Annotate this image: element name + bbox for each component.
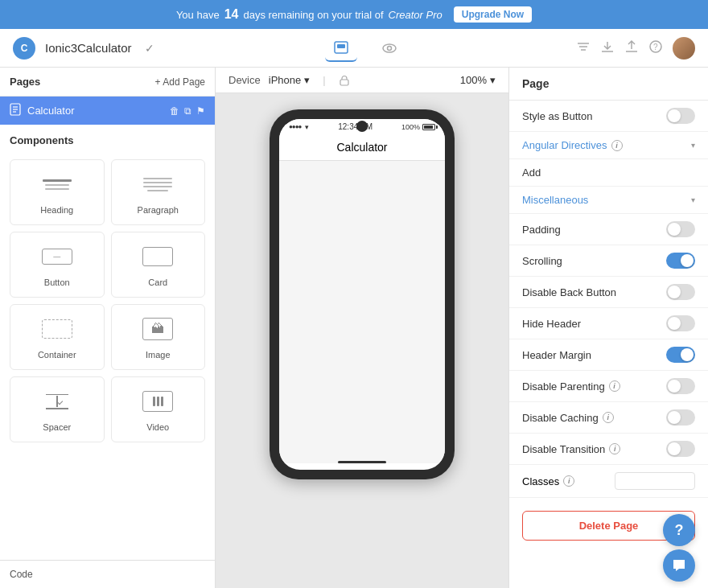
banner-text-after: days remaining on your trial of xyxy=(243,9,383,21)
component-image[interactable]: 🏔 Image xyxy=(111,304,206,370)
device-label: Device xyxy=(228,74,261,86)
disable-caching-row: Disable Caching i xyxy=(509,402,708,434)
hide-header-row: Hide Header xyxy=(509,308,708,339)
upgrade-button[interactable]: Upgrade Now xyxy=(454,6,532,23)
help-button[interactable]: ? xyxy=(648,39,663,57)
page-file-icon xyxy=(10,103,21,118)
disable-caching-toggle[interactable] xyxy=(666,409,695,426)
header-bar: C Ionic3Calculator ✓ xyxy=(0,29,708,68)
disable-caching-info-icon: i xyxy=(603,412,614,423)
right-panel: Page Style as Button Angular Directives … xyxy=(508,68,708,588)
add-page-button[interactable]: + Add Page xyxy=(155,76,205,88)
components-section: Components Heading xyxy=(0,125,215,560)
fab-chat-button[interactable] xyxy=(663,549,695,582)
main-layout: Pages + Add Page Calculator 🗑 ⧉ ⚑ Compon… xyxy=(0,68,708,588)
app-name: Ionic3Calculator xyxy=(45,41,132,55)
phone-app-header: Calculator xyxy=(279,134,445,161)
user-avatar[interactable] xyxy=(673,37,695,60)
style-as-button-toggle[interactable] xyxy=(666,108,695,124)
padding-row: Padding xyxy=(509,214,708,245)
hide-header-toggle[interactable] xyxy=(666,315,695,331)
app-logo: C xyxy=(13,37,35,60)
disable-caching-label: Disable Caching i xyxy=(522,412,614,424)
download-button[interactable] xyxy=(600,39,615,57)
phone-screen: ●●●● ▾ 12:34 PM 100% Calculator xyxy=(279,119,445,470)
svg-rect-15 xyxy=(340,80,348,85)
components-title: Components xyxy=(10,134,205,146)
component-video[interactable]: Video xyxy=(111,376,206,442)
page-delete-icon[interactable]: 🗑 xyxy=(170,105,179,117)
components-grid: Heading Paragraph — xyxy=(10,159,205,442)
angular-directives-info-icon: i xyxy=(611,140,623,151)
zoom-selector[interactable]: 100% ▾ xyxy=(460,74,496,86)
svg-rect-1 xyxy=(337,44,345,48)
phone-battery: 100% xyxy=(401,123,435,131)
header-margin-label: Header Margin xyxy=(522,349,591,361)
image-label: Image xyxy=(146,350,171,360)
right-panel-title: Page xyxy=(509,68,708,101)
disable-parenting-label: Disable Parenting i xyxy=(522,380,620,393)
padding-toggle[interactable] xyxy=(666,221,695,237)
component-spacer[interactable]: Spacer xyxy=(10,376,105,442)
paragraph-label: Paragraph xyxy=(138,205,179,215)
padding-label: Padding xyxy=(522,224,561,236)
device-chevron-icon: ▾ xyxy=(304,74,310,86)
heading-icon xyxy=(38,170,76,199)
page-settings-icon[interactable]: ⚑ xyxy=(196,105,205,117)
card-icon xyxy=(138,242,177,271)
code-footer[interactable]: Code xyxy=(0,560,215,588)
style-as-button-row: Style as Button xyxy=(509,101,708,132)
disable-transition-toggle[interactable] xyxy=(666,441,695,457)
classes-label: Classes i xyxy=(522,475,574,487)
design-mode-button[interactable] xyxy=(325,35,357,62)
phone-home-indicator xyxy=(338,461,386,463)
component-paragraph[interactable]: Paragraph xyxy=(111,159,206,225)
phone-camera xyxy=(356,121,368,132)
filter-button[interactable] xyxy=(576,39,591,57)
header-margin-toggle[interactable] xyxy=(666,347,695,363)
classes-input[interactable] xyxy=(615,472,695,490)
disable-transition-info-icon: i xyxy=(609,443,620,454)
page-item-calculator[interactable]: Calculator 🗑 ⧉ ⚑ xyxy=(0,97,215,125)
disable-back-button-label: Disable Back Button xyxy=(522,286,616,298)
canvas-area: Device iPhone ▾ | 100% ▾ ●●● xyxy=(216,68,508,588)
lock-icon xyxy=(339,75,350,86)
share-button[interactable] xyxy=(624,39,639,57)
miscellaneous-label: Miscellaneous xyxy=(522,194,588,206)
image-icon: 🏔 xyxy=(138,315,177,343)
container-label: Container xyxy=(38,350,76,360)
zoom-chevron-icon: ▾ xyxy=(490,74,496,86)
scrolling-toggle[interactable] xyxy=(666,253,695,269)
svg-point-3 xyxy=(387,46,391,50)
heading-label: Heading xyxy=(40,205,73,215)
trial-banner: You have 14 days remaining on your trial… xyxy=(0,0,708,29)
header-right-actions: ? xyxy=(576,37,695,60)
pages-header: Pages + Add Page xyxy=(0,68,215,97)
check-icon: ✓ xyxy=(145,42,154,55)
phone-content-area xyxy=(279,161,445,463)
component-container[interactable]: Container xyxy=(10,304,105,370)
button-icon: — xyxy=(38,242,76,271)
miscellaneous-section[interactable]: Miscellaneous ▾ xyxy=(509,187,708,214)
component-button[interactable]: — Button xyxy=(10,232,105,298)
banner-product-name: Creator Pro xyxy=(389,9,442,21)
container-icon xyxy=(38,315,76,343)
pages-title: Pages xyxy=(10,76,40,88)
fab-help-button[interactable]: ? xyxy=(663,514,695,546)
component-heading[interactable]: Heading xyxy=(10,159,105,225)
disable-back-button-toggle[interactable] xyxy=(666,284,695,300)
page-copy-icon[interactable]: ⧉ xyxy=(184,105,191,117)
scrolling-label: Scrolling xyxy=(522,255,562,267)
miscellaneous-chevron: ▾ xyxy=(691,195,695,204)
component-card[interactable]: Card xyxy=(111,232,206,298)
preview-mode-button[interactable] xyxy=(373,35,405,62)
angular-directives-section[interactable]: Angular Directives i ▾ xyxy=(509,132,708,159)
separator: | xyxy=(323,74,325,86)
disable-parenting-toggle[interactable] xyxy=(666,378,695,394)
svg-point-2 xyxy=(383,44,396,52)
style-as-button-label: Style as Button xyxy=(522,110,592,122)
card-label: Card xyxy=(148,278,167,287)
device-selector[interactable]: iPhone ▾ xyxy=(269,74,310,86)
button-label: Button xyxy=(44,278,70,287)
left-sidebar: Pages + Add Page Calculator 🗑 ⧉ ⚑ Compon… xyxy=(0,68,216,588)
